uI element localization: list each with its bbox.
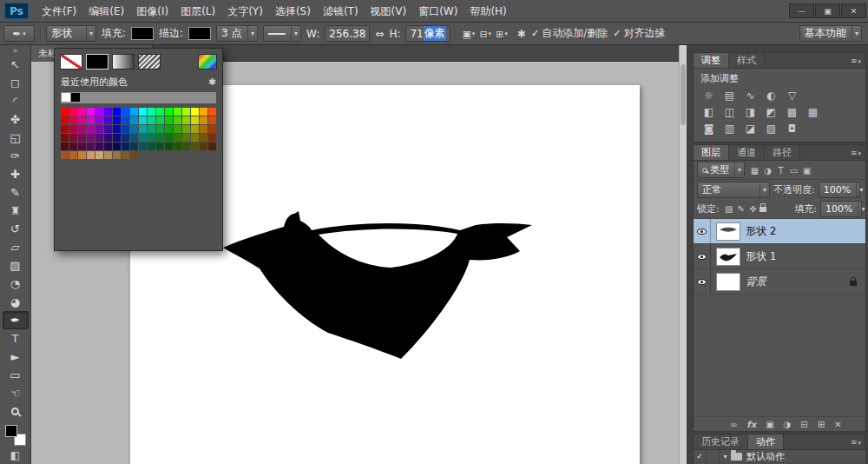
levels-icon[interactable]: ▤ <box>722 89 737 102</box>
panel-tab[interactable]: 图层 <box>694 145 729 160</box>
color-swatch[interactable] <box>113 134 121 142</box>
workspace-switcher[interactable]: 基本功能 <box>799 25 862 42</box>
color-swatch[interactable] <box>139 125 147 133</box>
opacity-dropdown[interactable]: 100% <box>819 182 860 198</box>
menu-item[interactable]: 编辑(E) <box>82 0 130 23</box>
color-swatch[interactable] <box>87 134 95 142</box>
color-swatch[interactable] <box>78 151 86 159</box>
stroke-color-swatch[interactable] <box>188 27 211 40</box>
layer-thumbnail[interactable] <box>716 273 740 291</box>
path-selection-tool[interactable]: ► <box>3 348 29 366</box>
maximize-button[interactable]: ▣ <box>815 3 840 18</box>
panel-tab[interactable]: 通道 <box>729 145 765 160</box>
color-swatch[interactable] <box>208 134 216 142</box>
history-brush-tool[interactable]: ↺ <box>3 220 29 238</box>
delete-layer-icon[interactable]: ✕ <box>834 420 841 429</box>
path-alignment-dropdown[interactable]: ⊟ <box>479 29 491 40</box>
curves-icon[interactable]: ∿ <box>743 89 758 102</box>
color-swatch[interactable] <box>122 143 129 150</box>
eyedropper-tool[interactable]: ✑ <box>3 147 29 165</box>
color-swatch[interactable] <box>174 116 181 124</box>
panel-menu-icon[interactable]: ≡ <box>846 145 865 160</box>
foreground-color-swatch[interactable] <box>5 425 17 437</box>
path-operations-dropdown[interactable]: ▣ <box>462 29 475 40</box>
color-swatch[interactable] <box>200 143 207 150</box>
menu-item[interactable]: 帮助(H) <box>464 0 512 23</box>
fill-color-swatch[interactable] <box>131 27 154 40</box>
brush-tool[interactable]: ✎ <box>3 183 29 202</box>
stroke-width-dropdown[interactable]: 3 点 <box>216 25 258 42</box>
color-swatch[interactable] <box>182 134 190 142</box>
new-layer-icon[interactable]: ⊞ <box>818 420 825 429</box>
exposure-icon[interactable]: ◐ <box>764 89 779 102</box>
color-swatch[interactable] <box>156 143 164 150</box>
filter-adjustment-layers-icon[interactable]: ◑ <box>761 166 774 176</box>
color-swatch[interactable] <box>191 125 199 133</box>
color-swatch[interactable] <box>69 151 77 159</box>
color-swatch[interactable] <box>87 116 95 124</box>
color-swatch[interactable] <box>165 116 173 124</box>
add-layer-mask-icon[interactable]: ▣ <box>766 420 773 429</box>
color-swatch[interactable] <box>113 151 121 159</box>
color-swatch[interactable] <box>208 116 216 124</box>
color-swatch[interactable] <box>61 151 69 159</box>
eye-icon[interactable] <box>697 279 707 285</box>
width-input[interactable]: 256.38 <box>325 25 370 42</box>
gradient-fill-button[interactable] <box>112 54 135 70</box>
panel-tab[interactable]: 路径 <box>765 145 800 160</box>
color-swatch[interactable] <box>95 125 103 133</box>
solid-color-button[interactable] <box>86 54 108 70</box>
color-swatch[interactable] <box>165 108 173 116</box>
close-button[interactable]: ✕ <box>841 3 866 18</box>
shape-tool[interactable]: ▭ <box>3 366 29 384</box>
gradient-map-icon[interactable]: ▧ <box>764 122 779 135</box>
color-swatch[interactable] <box>148 125 155 133</box>
color-swatch[interactable] <box>69 116 77 124</box>
color-swatch[interactable] <box>95 143 103 150</box>
color-swatch[interactable] <box>165 134 173 142</box>
channel-mixer-icon[interactable]: ▩ <box>785 105 799 118</box>
color-swatch[interactable] <box>174 134 181 142</box>
color-swatch[interactable] <box>78 134 86 142</box>
fill-dropdown[interactable]: 100% <box>820 201 862 217</box>
menu-item[interactable]: 文件(F) <box>36 0 82 23</box>
brightness-contrast-icon[interactable]: ☼ <box>701 89 716 102</box>
eraser-tool[interactable]: ▱ <box>3 238 29 256</box>
color-swatch[interactable] <box>139 116 147 124</box>
clone-stamp-tool[interactable]: ♜ <box>3 202 29 220</box>
layer-style-icon[interactable]: fx <box>746 420 756 429</box>
color-swatch[interactable] <box>182 116 190 124</box>
filter-pixel-layers-icon[interactable]: ▦ <box>748 166 761 176</box>
zoom-tool[interactable] <box>3 402 29 421</box>
panel-menu-icon[interactable]: ≡ <box>846 434 865 449</box>
new-adjustment-layer-icon[interactable]: ◑ <box>784 420 792 429</box>
color-swatch[interactable] <box>95 116 103 124</box>
color-swatch[interactable] <box>130 143 138 150</box>
color-swatch[interactable] <box>182 108 190 116</box>
layer-row[interactable]: 背景 <box>694 269 865 295</box>
color-swatch[interactable] <box>148 134 155 142</box>
menu-item[interactable]: 视图(V) <box>365 0 413 23</box>
foreground-background-colors[interactable] <box>5 425 26 446</box>
color-swatch[interactable] <box>87 125 95 133</box>
panel-tab[interactable]: 样式 <box>729 53 765 68</box>
color-swatch[interactable] <box>104 151 112 159</box>
tool-preset-button[interactable]: ✒ <box>3 25 35 42</box>
healing-brush-tool[interactable]: ✚ <box>3 165 29 183</box>
color-swatch[interactable] <box>122 134 129 142</box>
color-swatch[interactable] <box>122 125 129 133</box>
color-swatch[interactable] <box>208 125 216 133</box>
color-swatch[interactable] <box>200 116 207 124</box>
scrollbar-thumb[interactable] <box>681 64 686 125</box>
menu-item[interactable]: 图层(L) <box>174 0 221 23</box>
color-swatch[interactable] <box>191 116 199 124</box>
color-swatch[interactable] <box>78 143 86 150</box>
color-swatch[interactable] <box>104 125 112 133</box>
hand-tool[interactable]: ☜ <box>3 384 29 402</box>
action-row[interactable]: ✓▾默认动作 <box>694 450 865 463</box>
height-input[interactable]: 71 像素 <box>405 25 450 42</box>
eye-icon[interactable] <box>697 229 707 235</box>
type-tool[interactable]: T <box>3 329 29 348</box>
color-swatch[interactable] <box>61 134 69 142</box>
color-swatch[interactable] <box>113 143 121 150</box>
